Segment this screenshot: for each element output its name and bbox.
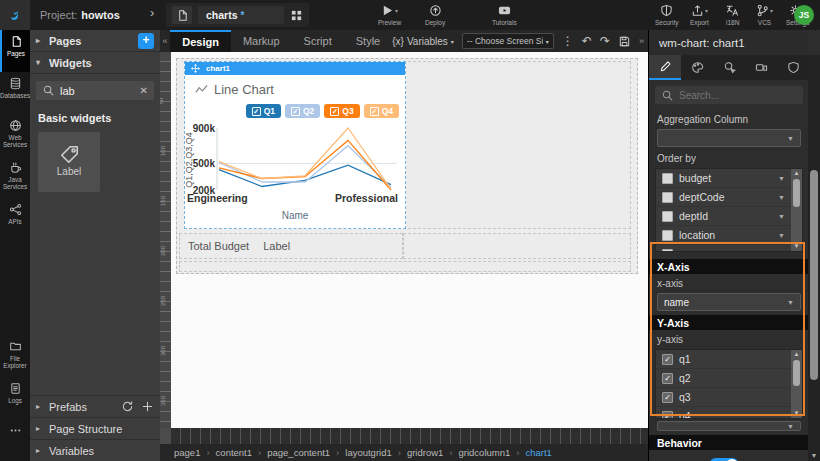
- order-by-row-location[interactable]: location▼: [656, 226, 791, 245]
- screen-size-select[interactable]: -- Choose Screen Size -- ▾: [462, 33, 554, 49]
- vcs-button[interactable]: ▾VCS: [756, 3, 773, 26]
- checkbox-unchecked[interactable]: [662, 173, 673, 184]
- tab-script[interactable]: Script: [292, 30, 344, 52]
- clipped-dropdown[interactable]: ▼: [657, 421, 801, 431]
- checkbox-checked[interactable]: ✓: [662, 411, 673, 419]
- grid-cell-empty-2[interactable]: [403, 233, 631, 259]
- tutorials-button[interactable]: Tutorials: [492, 3, 517, 26]
- legend-q2[interactable]: ✓Q2: [285, 104, 320, 118]
- tab-properties[interactable]: [649, 55, 681, 80]
- rail-item-file-explorer[interactable]: File Explorer: [0, 335, 30, 377]
- checkbox-unchecked[interactable]: [662, 192, 673, 203]
- move-icon[interactable]: [191, 64, 201, 74]
- order-by-row-budget[interactable]: budget▼: [656, 169, 791, 188]
- checkbox-unchecked[interactable]: [662, 230, 673, 241]
- chevron-down-icon[interactable]: ▼: [778, 213, 785, 220]
- preview-button[interactable]: ▾Preview: [378, 3, 401, 26]
- chevron-down-icon[interactable]: ▼: [778, 175, 785, 182]
- export-button[interactable]: ▾Export: [690, 3, 709, 26]
- more-options-icon[interactable]: ⋮: [562, 34, 574, 48]
- legend-q4[interactable]: ✓Q4: [364, 104, 399, 118]
- rail-item-web-services[interactable]: Web Services: [0, 114, 30, 156]
- security-button[interactable]: Security: [655, 3, 678, 26]
- y-axis-row-q4[interactable]: ✓q4: [656, 407, 791, 418]
- undo-button[interactable]: ↶: [582, 34, 592, 48]
- checkbox-checked[interactable]: ✓: [662, 392, 673, 403]
- add-prefab-icon[interactable]: [141, 400, 154, 413]
- tab-style[interactable]: Style: [344, 30, 392, 52]
- grid-cell-empty[interactable]: [403, 61, 631, 229]
- clear-search-icon[interactable]: ✕: [140, 85, 148, 96]
- rail-item-apis[interactable]: APIs: [0, 198, 30, 240]
- breadcrumb-chart1[interactable]: chart1: [525, 447, 551, 458]
- tab-devices[interactable]: [745, 55, 777, 80]
- y-axis-row-q2[interactable]: ✓q2: [656, 369, 791, 388]
- add-page-button[interactable]: +: [138, 33, 154, 49]
- grid-cell-labels[interactable]: Total Budget Label: [179, 233, 403, 259]
- properties-scrollbar[interactable]: ▼: [808, 55, 820, 461]
- save-button[interactable]: [618, 35, 631, 48]
- page-surface[interactable]: Total Budget Label chart1 Line Chart ✓Q1…: [171, 52, 648, 428]
- section-page-structure[interactable]: ▸Page Structure: [30, 417, 160, 439]
- chevron-down-icon[interactable]: ▼: [778, 251, 785, 252]
- checkbox-unchecked[interactable]: [662, 249, 673, 252]
- order-by-scrollbar[interactable]: ▲ ▼: [791, 169, 802, 251]
- deploy-button[interactable]: Deploy: [425, 3, 445, 26]
- tab-styles[interactable]: [681, 55, 713, 80]
- breadcrumb-page_content1[interactable]: page_content1: [267, 447, 330, 458]
- rail-item-databases[interactable]: Databases: [0, 72, 30, 114]
- breadcrumb-layoutgrid1[interactable]: layoutgrid1: [345, 447, 391, 458]
- section-widgets[interactable]: ▾ Widgets: [30, 52, 160, 74]
- y-axis-row-q1[interactable]: ✓q1: [656, 350, 791, 369]
- chevron-down-icon[interactable]: ▼: [778, 194, 785, 201]
- checkbox-checked[interactable]: ✓: [662, 354, 673, 365]
- widget-search-input[interactable]: [60, 85, 135, 97]
- properties-search[interactable]: [655, 86, 803, 104]
- checkbox-checked[interactable]: ✓: [662, 373, 673, 384]
- redo-button[interactable]: ↷: [600, 34, 610, 48]
- chart-widget[interactable]: chart1 Line Chart ✓Q1✓Q2✓Q3✓Q4 900k500k2…: [184, 61, 406, 229]
- breadcrumb-gridrow1[interactable]: gridrow1: [407, 447, 443, 458]
- y-axis-scrollbar[interactable]: ▲ ▼: [791, 350, 802, 418]
- section-pages[interactable]: ▸ Pages +: [30, 30, 160, 52]
- order-by-row-deptId[interactable]: deptId▼: [656, 207, 791, 226]
- refresh-icon[interactable]: [121, 400, 134, 413]
- widget-label-card[interactable]: Label: [38, 132, 100, 192]
- rail-item-java-services[interactable]: Java Services: [0, 156, 30, 198]
- legend-q1[interactable]: ✓Q1: [246, 104, 281, 118]
- checkbox-unchecked[interactable]: [662, 211, 673, 222]
- grid-row-empty[interactable]: [179, 261, 631, 272]
- tab-markup[interactable]: Markup: [231, 30, 292, 52]
- section-variables[interactable]: ▸Variables: [30, 439, 160, 461]
- collapse-left-panel-button[interactable]: «: [160, 30, 170, 52]
- widget-search[interactable]: ✕: [36, 81, 154, 100]
- tab-design[interactable]: Design: [170, 30, 231, 52]
- label-widget[interactable]: Label: [263, 240, 290, 252]
- section-prefabs[interactable]: ▸Prefabs: [30, 395, 160, 417]
- tab-events[interactable]: [713, 55, 745, 80]
- order-by-row-name[interactable]: name▼: [656, 245, 791, 251]
- breadcrumb-content1[interactable]: content1: [216, 447, 252, 458]
- pages-grid-icon[interactable]: [290, 9, 303, 22]
- rail-item-logs[interactable]: Logs: [0, 377, 30, 419]
- properties-search-input[interactable]: [679, 90, 797, 101]
- breadcrumb-page1[interactable]: page1: [174, 447, 200, 458]
- variables-button[interactable]: {x} Variables ▾: [392, 36, 454, 47]
- order-by-row-deptCode[interactable]: deptCode▼: [656, 188, 791, 207]
- total-budget-label[interactable]: Total Budget: [188, 240, 249, 252]
- chart-widget-selection-header[interactable]: chart1: [185, 62, 405, 75]
- rail-item-pages[interactable]: Pages: [0, 30, 30, 72]
- i18n-button[interactable]: i18N: [726, 3, 739, 26]
- user-avatar[interactable]: JS: [794, 5, 814, 25]
- wavemaker-logo[interactable]: [0, 0, 30, 30]
- chevron-down-icon[interactable]: ▼: [778, 232, 785, 239]
- tab-security[interactable]: [777, 55, 809, 80]
- aggregation-column-select[interactable]: ▼: [657, 129, 801, 147]
- legend-q3[interactable]: ✓Q3: [324, 104, 359, 118]
- breadcrumb-gridcolumn1[interactable]: gridcolumn1: [459, 447, 511, 458]
- tab-charts[interactable]: charts *: [198, 6, 284, 24]
- x-axis-select[interactable]: name ▼: [657, 293, 801, 311]
- y-axis-row-q3[interactable]: ✓q3: [656, 388, 791, 407]
- layout-grid[interactable]: Total Budget Label chart1 Line Chart ✓Q1…: [176, 58, 638, 274]
- page-file-icon[interactable]: [172, 6, 192, 24]
